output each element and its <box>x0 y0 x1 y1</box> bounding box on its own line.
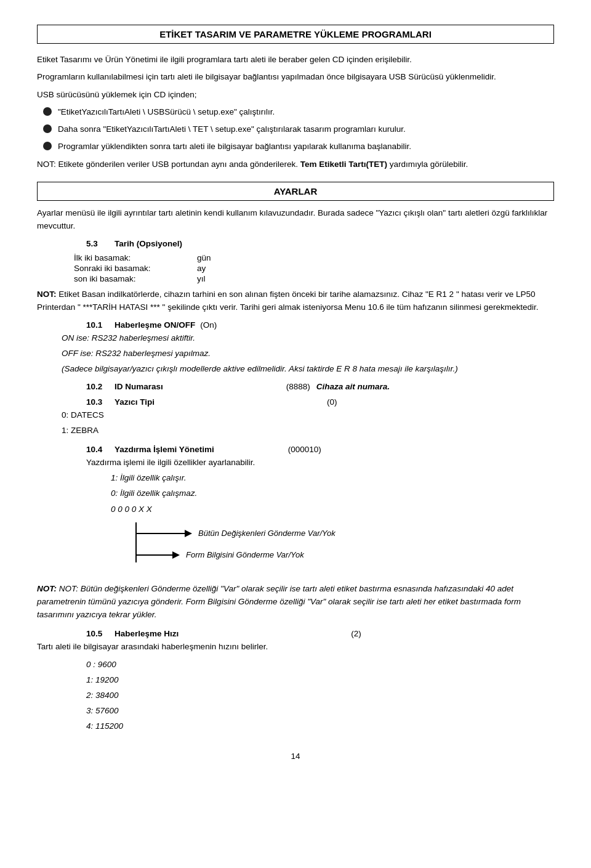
section-10-5-default: (2) <box>351 629 361 638</box>
list-item-1-text: "EtiketYazıcılıTartıAleti \ USBSürücü \ … <box>58 106 275 118</box>
page-number: 14 <box>37 752 554 761</box>
section-10-4-heading: 10.4 Yazdırma İşlemi Yönetimi (000010) <box>86 445 554 454</box>
speed-3: 3: 57600 <box>86 705 554 718</box>
s10-1-line-0: ON ise: RS232 haberleşmesi aktiftir. <box>62 332 554 345</box>
bullet-icon-1 <box>43 107 52 116</box>
s10-3-line-1: 1: ZEBRA <box>62 424 554 437</box>
speed-1: 1: 19200 <box>86 674 554 687</box>
section-10-3-heading: 10.3 Yazıcı Tipi (0) <box>86 397 554 407</box>
s10-4-feature1: 1: İlgili özellik çalışır. <box>111 472 554 485</box>
section-10-3-default: (0) <box>327 397 337 407</box>
diagram-lower-arrow-head <box>172 551 180 559</box>
section-5-3-num: 5.3 <box>86 239 110 248</box>
section-10-1-default: (On) <box>200 320 217 330</box>
speed-2: 2: 38400 <box>86 689 554 702</box>
section-10-2-default: (8888) <box>286 382 310 391</box>
ayarlar-title: AYARLAR <box>44 186 547 197</box>
diagram-container: Bütün Değişkenleri Gönderme Var/Yok Form… <box>135 522 382 578</box>
settings-row-1: Sonraki iki basamak: ay <box>74 264 554 273</box>
note-1-text: NOT: Etikete gönderilen veriler USB port… <box>37 160 298 169</box>
section-10-5-heading: 10.5 Haberleşme Hızı (2) <box>86 629 554 638</box>
diagram-lower-horiz-line <box>135 554 172 556</box>
section-10-2-title: ID Numarası <box>115 382 163 391</box>
section-10-3-title: Yazıcı Tipi <box>115 397 155 407</box>
settings-table: İlk iki basamak: gün Sonraki iki basamak… <box>74 253 554 283</box>
page-title: ETİKET TASARIM VE PARAMETRE YÜKLEME PROG… <box>37 25 554 44</box>
speed-list: 0 : 9600 1: 19200 2: 38400 3: 57600 4: 1… <box>86 659 554 733</box>
list-item-2-text: Daha sonra "EtiketYazıcılıTartıAleti \ T… <box>58 123 406 136</box>
not-gonderme-text: NOT: Bütün değişkenleri Gönderme özelliğ… <box>37 584 521 619</box>
s10-4-feature0: 0: İlgili özellik çalışmaz. <box>111 487 554 500</box>
diagram-upper-label: Bütün Değişkenleri Gönderme Var/Yok <box>198 529 336 538</box>
section-10-1-heading: 10.1 Haberleşme ON/OFF (On) <box>86 320 554 330</box>
section-10-4-default: (000010) <box>288 445 321 454</box>
section-10-2-num: 10.2 <box>86 382 110 391</box>
bullet-icon-2 <box>43 124 52 133</box>
not-tarih: NOT: Etiket Basan indilkatörlerde, cihaz… <box>37 288 554 314</box>
bullet-icon-3 <box>43 142 52 150</box>
ayarlar-intro: Ayarlar menüsü ile ilgili ayrıntılar tar… <box>37 207 554 233</box>
speed-4: 4: 115200 <box>86 720 554 733</box>
ayarlar-section: AYARLAR <box>37 182 554 201</box>
section-10-3-num: 10.3 <box>86 397 110 407</box>
s10-5-desc: Tartı aleti ile bilgisayar arasındaki ha… <box>37 641 554 654</box>
speed-0: 0 : 9600 <box>86 659 554 671</box>
intro-paragraph-1: Etiket Tasarımı ve Ürün Yönetimi ile ilg… <box>37 54 554 66</box>
not-gonderme-bold: NOT: <box>37 584 59 593</box>
settings-row-0: İlk iki basamak: gün <box>74 253 554 262</box>
section-10-1-title: Haberleşme ON/OFF <box>115 320 195 330</box>
diagram-lower-label: Form Bilgisini Gönderme Var/Yok <box>186 550 304 559</box>
intro-paragraph-2: Programların kullanılabilmesi için tartı… <box>37 71 554 83</box>
list-item-1: "EtiketYazıcılıTartıAleti \ USBSürücü \ … <box>43 106 554 118</box>
list-item-3: Programlar yüklendikten sonra tartı alet… <box>43 140 554 153</box>
settings-label-1: Sonraki iki basamak: <box>74 264 197 273</box>
s10-1-line-2: (Sadece bilgisayar/yazıcı çıkışlı modell… <box>62 363 554 376</box>
diagram-upper-arrow-row: Bütün Değişkenleri Gönderme Var/Yok <box>135 529 336 538</box>
bullet-list: "EtiketYazıcılıTartıAleti \ USBSürücü \ … <box>43 106 554 153</box>
s10-1-line-1: OFF ise: RS232 haberleşmesi yapılmaz. <box>62 347 554 360</box>
section-10-4-num: 10.4 <box>86 445 110 454</box>
settings-value-0: gün <box>197 253 234 262</box>
section-10-2-heading: 10.2 ID Numarası (8888) Cihaza ait numar… <box>86 382 554 391</box>
diagram-upper-horiz-line <box>135 533 185 534</box>
section-10-2-note: Cihaza ait numara. <box>316 382 390 391</box>
note-1: NOT: Etikete gönderilen veriler USB port… <box>37 158 554 171</box>
s10-3-line-0: 0: DATECS <box>62 409 554 422</box>
section-10-4-title: Yazdırma İşlemi Yönetimi <box>115 445 214 454</box>
settings-row-2: son iki basamak: yıl <box>74 274 554 283</box>
settings-label-2: son iki basamak: <box>74 274 197 283</box>
s10-4-desc: Yazdırma işlemi ile ilgili özellikler ay… <box>86 456 554 469</box>
not-tarih-bold: NOT: <box>37 290 58 299</box>
usb-heading: USB sürücüsünü yüklemek için CD içinden; <box>37 89 554 101</box>
diagram-lower-arrow-row: Form Bilgisini Gönderme Var/Yok <box>135 550 304 559</box>
list-item-2: Daha sonra "EtiketYazıcılıTartıAleti \ T… <box>43 123 554 136</box>
section-10-5-title: Haberleşme Hızı <box>115 629 179 638</box>
not-gonderme: NOT: NOT: Bütün değişkenleri Gönderme öz… <box>37 583 554 622</box>
settings-label-0: İlk iki basamak: <box>74 253 197 262</box>
list-item-3-text: Programlar yüklendikten sonra tartı alet… <box>58 140 411 153</box>
settings-value-1: ay <box>197 264 234 273</box>
settings-value-2: yıl <box>197 274 234 283</box>
diagram-upper-arrow-head <box>185 530 192 537</box>
section-5-3-title: Tarih (Opsiyonel) <box>115 239 182 248</box>
not-tarih-text: Etiket Basan indilkatörlerde, cihazın ta… <box>37 290 538 312</box>
section-10-5-num: 10.5 <box>86 629 110 638</box>
section-10-1-num: 10.1 <box>86 320 110 330</box>
note-1b-text: Tem Etiketli Tartı(TET) yardımıyla görül… <box>300 160 468 169</box>
s10-4-bits: 0 0 0 0 X X <box>111 503 554 516</box>
section-5-3-heading: 5.3 Tarih (Opsiyonel) <box>86 239 554 248</box>
